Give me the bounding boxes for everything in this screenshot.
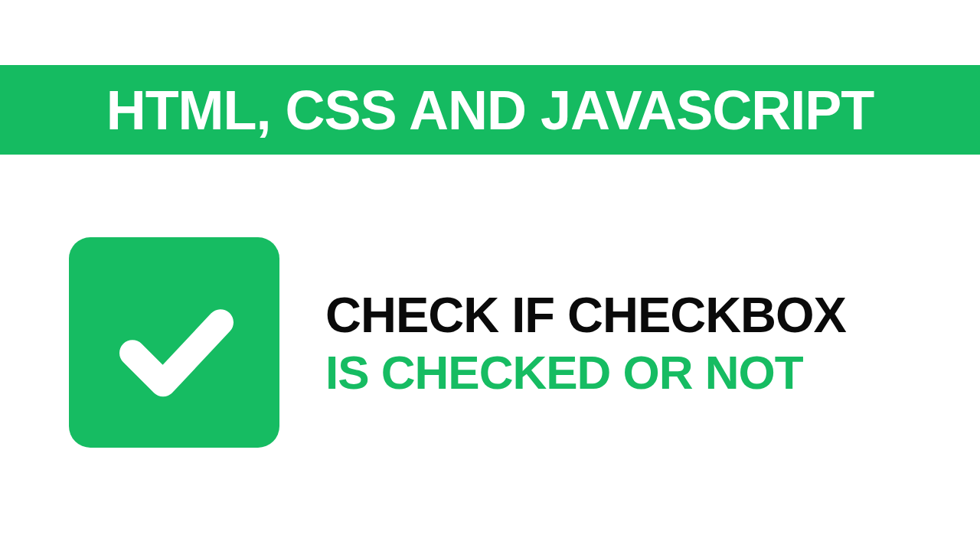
checkmark-icon [98,272,251,429]
content-row: CHECK IF CHECKBOX IS CHECKED OR NOT [69,237,846,448]
title-block: CHECK IF CHECKBOX IS CHECKED OR NOT [325,286,846,399]
title-line-1: CHECK IF CHECKBOX [325,286,846,344]
checkbox-graphic [69,237,279,448]
title-line-2: IS CHECKED OR NOT [325,345,846,399]
banner-title: HTML, CSS AND JAVASCRIPT [106,79,874,142]
header-banner: HTML, CSS AND JAVASCRIPT [0,65,980,155]
